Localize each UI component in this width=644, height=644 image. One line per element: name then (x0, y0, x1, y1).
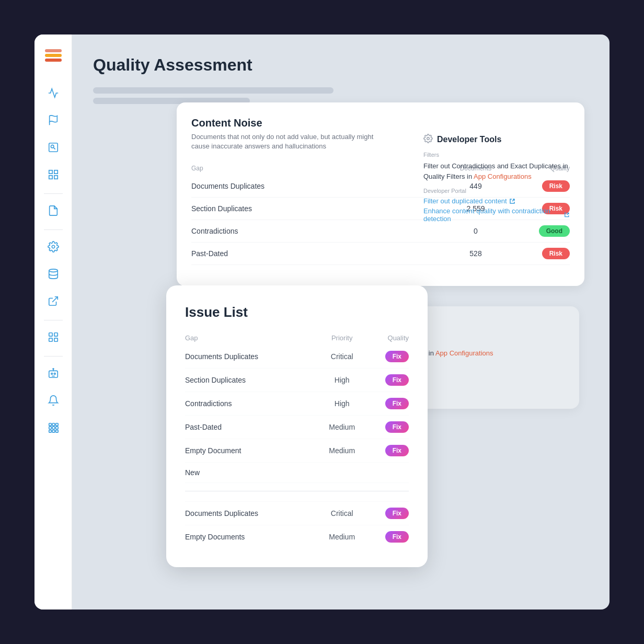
issue-gap: Documents Duplicates (185, 345, 318, 369)
gap-label: Section Duplicates (191, 198, 444, 220)
issue-col-header-priority: Priority (318, 331, 366, 345)
issue-quality: Fix (365, 369, 409, 392)
issue-gap: Empty Documents (185, 525, 318, 549)
sidebar-item-bot[interactable] (42, 363, 65, 386)
issue-gap: Past-Dated (185, 416, 318, 439)
issue-gap: Empty Document (185, 439, 318, 463)
search-doc-icon (48, 142, 59, 155)
filter-bars (93, 87, 589, 104)
svg-rect-1 (45, 54, 62, 57)
sidebar-item-notifications[interactable] (42, 390, 65, 413)
issue-row-new: Documents Duplicates Critical Fix (185, 502, 409, 525)
portal-label: Developer Portal (423, 188, 570, 194)
issue-row-new: Empty Documents Medium Fix (185, 525, 409, 549)
svg-point-11 (52, 245, 55, 248)
widget-icon (48, 331, 59, 345)
issue-priority: Critical (318, 345, 366, 369)
filter-bar-1 (93, 87, 334, 94)
table-row: Past-Dated 528 Risk (191, 243, 570, 265)
sidebar-divider-1 (44, 193, 63, 194)
svg-rect-24 (52, 423, 55, 426)
sidebar-item-analytics[interactable] (42, 83, 65, 106)
issue-quality: Fix (365, 345, 409, 369)
doc-count: 528 (444, 243, 507, 265)
sidebar-item-database[interactable] (42, 263, 65, 286)
issue-priority: High (318, 392, 366, 416)
flag-icon (48, 114, 59, 128)
svg-rect-10 (54, 176, 57, 179)
svg-rect-23 (49, 423, 51, 426)
svg-rect-16 (49, 338, 52, 341)
svg-point-19 (51, 373, 52, 375)
sidebar-item-search-doc[interactable] (42, 137, 65, 160)
dev-tools-title: Developer Tools (437, 135, 501, 144)
issue-row: Contradictions High Fix (185, 392, 409, 416)
separator-line (185, 491, 409, 491)
svg-point-5 (51, 145, 54, 148)
sidebar-item-settings[interactable] (42, 236, 65, 259)
gear-icon (423, 134, 433, 145)
portal-link-2[interactable]: Enhance content quality with contradicti… (423, 207, 570, 223)
issue-row: Empty Document Medium Fix (185, 439, 409, 463)
separator-row (185, 483, 409, 502)
bot-icon (48, 367, 59, 381)
sidebar-item-grid[interactable] (42, 164, 65, 187)
svg-rect-27 (52, 427, 55, 429)
issue-row: Documents Duplicates Critical Fix (185, 345, 409, 369)
issue-quality: Fix (365, 525, 409, 549)
sidebar-item-apps[interactable] (42, 417, 65, 440)
dev-tools-header: Developer Tools (423, 134, 570, 145)
svg-rect-29 (49, 430, 51, 433)
issue-priority: Medium (318, 416, 366, 439)
issue-quality: Fix (365, 502, 409, 525)
issue-list-card: Issue List Gap Priority Quality Document… (166, 285, 428, 567)
issue-table: Gap Priority Quality Documents Duplicate… (185, 331, 409, 548)
svg-rect-18 (49, 371, 58, 377)
sidebar-item-widget[interactable] (42, 327, 65, 350)
svg-rect-8 (54, 170, 57, 174)
issue-gap: Contradictions (185, 392, 318, 416)
content-noise-card: Content Noise Documents that not only do… (177, 102, 584, 286)
svg-rect-17 (54, 338, 57, 341)
sidebar-item-flags[interactable] (42, 110, 65, 133)
content-noise-subtitle: Documents that not only do not add value… (191, 132, 390, 151)
sidebar-item-document[interactable] (42, 200, 65, 223)
svg-rect-25 (55, 423, 58, 426)
settings-icon (48, 241, 59, 255)
gap-label: Past-Dated (191, 243, 444, 265)
svg-rect-0 (45, 59, 62, 62)
portal-link-1[interactable]: Filter out duplicated content (423, 197, 570, 205)
sidebar-divider-2 (44, 229, 63, 230)
apps-icon (48, 422, 59, 435)
svg-point-12 (49, 269, 58, 272)
svg-point-20 (54, 373, 55, 375)
svg-point-32 (427, 137, 430, 140)
sidebar (34, 34, 72, 610)
svg-rect-28 (55, 427, 58, 429)
issue-col-header-gap: Gap (185, 331, 318, 345)
database-icon (48, 268, 59, 282)
svg-point-22 (53, 369, 54, 370)
svg-rect-14 (49, 333, 52, 336)
app-config-link-2[interactable]: App Configurations (435, 349, 493, 357)
issue-row: Section Duplicates High Fix (185, 369, 409, 392)
quality-badge: Risk (507, 243, 570, 265)
svg-rect-7 (49, 170, 52, 174)
sidebar-divider-3 (44, 320, 63, 320)
app-container: Quality Assessment Content Noise Documen… (34, 34, 610, 610)
svg-rect-15 (54, 333, 57, 336)
svg-rect-26 (49, 427, 51, 429)
page-title: Quality Assessment (93, 55, 589, 75)
app-logo[interactable] (43, 45, 64, 68)
issue-quality: Fix (365, 392, 409, 416)
app-config-link-1[interactable]: App Configurations (474, 172, 532, 180)
issue-section-separator: New (185, 463, 409, 483)
main-content: Quality Assessment Content Noise Documen… (72, 34, 610, 610)
sidebar-item-export[interactable] (42, 291, 65, 314)
analytics-icon (48, 87, 59, 101)
issue-priority: Medium (318, 439, 366, 463)
document-icon (48, 205, 59, 218)
issue-quality: Fix (365, 416, 409, 439)
issue-list-title: Issue List (185, 304, 409, 320)
svg-rect-9 (49, 176, 52, 179)
